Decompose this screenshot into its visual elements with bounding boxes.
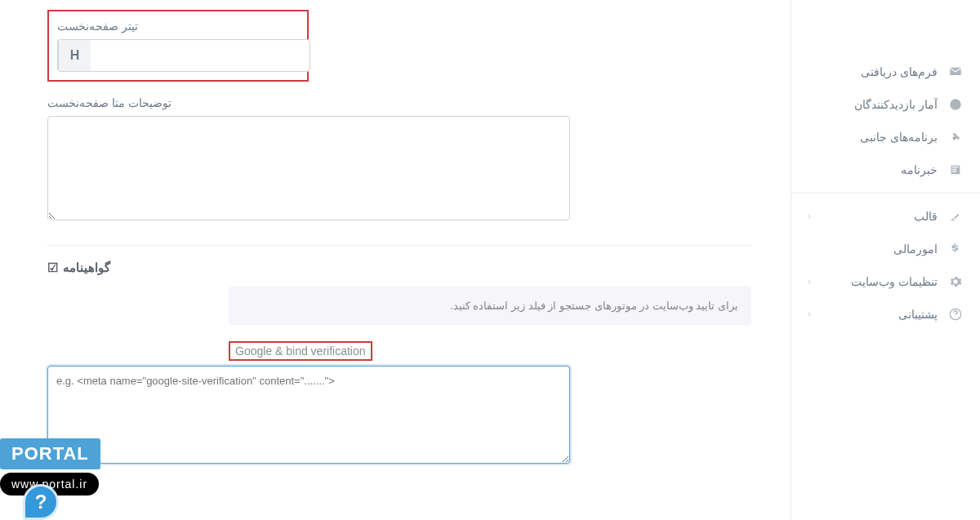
sidebar-group-1: فرم‌های دریافتی آمار بازدیدکنندگان برنام… [791,49,980,193]
sidebar-item-label: فرم‌های دریافتی [808,65,938,78]
sidebar-item-label: برنامه‌های جانبی [808,131,938,144]
chevron-left-icon: ‹ [808,309,811,320]
main-content: تیتر صفحه‌نخست H توضیحات متا صفحه‌نخست گ… [0,0,791,520]
sidebar-item-stats[interactable]: آمار بازدیدکنندگان [791,88,980,121]
sidebar-item-theme[interactable]: قالب ‹ [791,200,980,233]
certificate-info-box: برای تایید وب‌سایت در موتورهای جستجو از … [229,287,751,325]
sidebar-item-label: تنظیمات وب‌سایت [811,275,938,288]
sidebar-item-settings[interactable]: تنظیمات وب‌سایت ‹ [791,265,980,298]
sidebar-item-plugins[interactable]: برنامه‌های جانبی [791,121,980,153]
question-icon [947,306,964,322]
sidebar-group-2: قالب ‹ امورمالی تنظیمات وب‌سایت ‹ [791,193,980,337]
help-button[interactable]: ? [23,484,59,520]
check-icon: ☑ [47,260,58,275]
sidebar-item-label: آمار بازدیدکنندگان [808,98,938,111]
brush-icon [947,208,964,224]
chevron-left-icon: ‹ [808,211,811,222]
sidebar-item-label: پشتیبانی [811,308,938,321]
dollar-icon [947,241,964,257]
homepage-meta-textarea[interactable] [47,116,570,220]
google-verification-label: Google & bind verification [229,341,372,361]
news-icon [947,162,964,178]
google-verification-textarea[interactable] [47,366,570,464]
sidebar-item-label: امورمالی [808,242,938,256]
sidebar-item-support[interactable]: پشتیبانی ‹ [791,298,980,331]
plug-icon [947,129,964,145]
gear-icon [947,273,964,290]
homepage-meta-label: توضیحات متا صفحه‌نخست [47,96,172,109]
heading-addon-icon: H [58,40,91,71]
sidebar-item-newsletter[interactable]: خبرنامه [791,153,980,186]
sidebar-item-label: قالب [811,210,938,223]
sidebar-item-finance[interactable]: امورمالی [791,233,980,265]
certificate-heading-text: گواهینامه [63,260,110,275]
sidebar: فرم‌های دریافتی آمار بازدیدکنندگان برنام… [791,0,980,520]
certificate-section-heading: گواهینامه ☑ [47,260,751,275]
homepage-title-field-highlighted: تیتر صفحه‌نخست H [47,10,309,82]
sidebar-item-label: خبرنامه [808,163,938,176]
chevron-left-icon: ‹ [808,276,811,287]
help-icon: ? [35,491,47,513]
portal-logo: PORTAL [0,438,100,469]
homepage-title-input-group: H [57,39,310,72]
envelope-icon [947,64,964,80]
sidebar-item-forms[interactable]: فرم‌های دریافتی [791,56,980,88]
homepage-title-label: تیتر صفحه‌نخست [57,20,138,33]
homepage-title-input[interactable] [91,40,310,71]
section-divider [47,245,751,246]
chart-icon [947,96,964,113]
